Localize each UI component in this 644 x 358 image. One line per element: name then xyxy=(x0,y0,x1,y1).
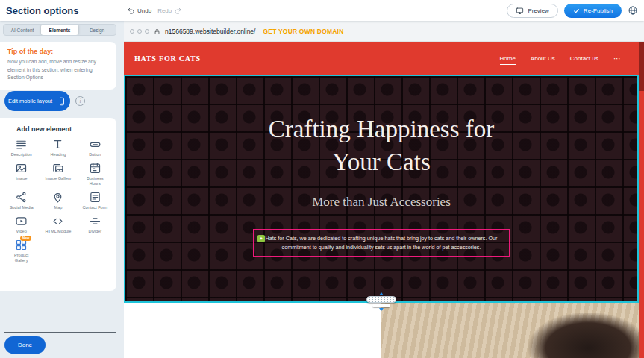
info-icon[interactable]: i xyxy=(75,96,85,106)
hero-heading[interactable]: Crafting Happiness for Your Cats xyxy=(251,113,512,178)
resize-arrow-down-icon xyxy=(379,308,384,311)
republish-button[interactable]: Re-Publish xyxy=(564,4,622,18)
element-label: Divider xyxy=(89,229,101,234)
edit-mobile-layout-label: Edit mobile layout xyxy=(8,98,52,104)
site-url: n1566589.websitebuilder.online/ xyxy=(165,28,255,35)
nav-home[interactable]: Home xyxy=(500,52,516,65)
traffic-dot xyxy=(137,29,142,34)
element-product-gallery[interactable]: New Product Gallery xyxy=(3,239,40,263)
edit-mobile-layout-button[interactable]: Edit mobile layout xyxy=(4,91,70,111)
monitor-icon xyxy=(516,7,524,15)
tip-heading: Tip of the day: xyxy=(7,48,109,55)
editor-canvas: n1566589.websitebuilder.online/ GET YOUR… xyxy=(124,21,644,358)
sidebar-tabs: AI Content Elements Design xyxy=(3,24,116,36)
element-business-hours[interactable]: Business Hours xyxy=(77,162,113,186)
nav-more-icon[interactable]: ⋯ xyxy=(613,54,621,63)
undo-button[interactable]: Undo xyxy=(127,7,151,15)
section-options-sidebar: AI Content Elements Design Tip of the da… xyxy=(0,21,124,358)
element-label: Video xyxy=(16,229,27,234)
contact-form-icon xyxy=(89,191,101,204)
heading-icon xyxy=(51,138,64,151)
business-hours-icon xyxy=(89,162,101,175)
site-logo[interactable]: HATS FOR CATS xyxy=(134,54,201,63)
nav-about-us[interactable]: About Us xyxy=(531,52,555,64)
section-resize-handle[interactable] xyxy=(366,292,396,311)
tab-design[interactable]: Design xyxy=(78,25,116,35)
nav-contact-us[interactable]: Contact us xyxy=(570,52,598,64)
element-label: Description xyxy=(11,152,32,157)
drag-handle-label xyxy=(372,304,390,307)
hero-subheading[interactable]: More than Just Accessories xyxy=(125,195,637,210)
tab-ai-content[interactable]: AI Content xyxy=(4,25,41,35)
element-description[interactable]: Description xyxy=(3,138,40,157)
element-label: Map xyxy=(54,205,63,210)
element-label: Product Gallery xyxy=(7,253,36,263)
add-element-panel: Add new element Description Heading Butt… xyxy=(0,118,116,291)
hero-section-selected: Crafting Happiness for Your Cats More th… xyxy=(124,75,639,303)
redo-icon xyxy=(174,7,182,15)
site-scrollbar[interactable] xyxy=(639,42,644,358)
hero-paragraph-text: Hats for Cats, we are dedicated to craft… xyxy=(263,234,500,251)
globe-icon xyxy=(628,5,638,16)
lock-icon xyxy=(154,25,160,38)
get-domain-link[interactable]: GET YOUR OWN DOMAIN xyxy=(263,28,343,35)
element-grid: Description Heading Button Image Image G… xyxy=(3,138,113,263)
new-badge: New xyxy=(20,236,31,241)
element-image[interactable]: Image xyxy=(3,162,40,186)
map-icon xyxy=(51,191,64,204)
element-label: Contact Form xyxy=(82,205,107,210)
history-controls: Undo Redo xyxy=(127,0,182,21)
element-heading[interactable]: Heading xyxy=(40,138,76,157)
mobile-layout-row: Edit mobile layout i xyxy=(4,91,85,111)
traffic-lights xyxy=(130,29,149,34)
resize-arrow-up-icon xyxy=(379,292,384,295)
element-label: Heading xyxy=(51,152,66,157)
preview-button[interactable]: Preview xyxy=(507,4,557,18)
element-label: Image xyxy=(16,176,28,181)
element-divider[interactable]: Divider xyxy=(77,215,113,234)
page-title: Section options xyxy=(6,5,79,16)
element-button[interactable]: Button xyxy=(77,138,113,157)
add-element-title: Add new element xyxy=(16,125,113,133)
republish-label: Re-Publish xyxy=(584,7,613,14)
traffic-dot xyxy=(130,29,134,34)
sidebar-divider xyxy=(4,332,116,333)
tip-body: Now you can add, move and resize any ele… xyxy=(7,58,109,82)
traffic-dot xyxy=(145,29,149,34)
site-header: HATS FOR CATS Home About Us Contact us ⋯ xyxy=(124,42,639,75)
hero-paragraph-selected[interactable]: ✦ Hats for Cats, we are dedicated to cra… xyxy=(253,229,510,257)
scrollbar-thumb[interactable] xyxy=(639,42,644,91)
site-preview: HATS FOR CATS Home About Us Contact us ⋯… xyxy=(124,42,644,358)
site-content: HATS FOR CATS Home About Us Contact us ⋯… xyxy=(124,42,639,358)
element-html-module[interactable]: HTML Module xyxy=(40,215,76,234)
element-image-gallery[interactable]: Image Gallery xyxy=(40,162,76,186)
element-label: Button xyxy=(89,152,101,157)
redo-button[interactable]: Redo xyxy=(157,7,182,15)
element-contact-form[interactable]: Contact Form xyxy=(77,191,113,210)
tip-of-the-day-card: Tip of the day: Now you can add, move an… xyxy=(0,42,116,90)
tab-elements[interactable]: Elements xyxy=(41,25,78,35)
description-icon xyxy=(15,138,28,151)
video-icon xyxy=(15,215,28,227)
element-label: HTML Module xyxy=(46,229,72,234)
image-icon xyxy=(15,162,28,175)
element-map[interactable]: Map xyxy=(40,191,76,210)
phone-icon xyxy=(57,97,66,106)
next-section-left xyxy=(124,303,381,358)
element-video[interactable]: Video xyxy=(3,215,40,234)
redo-label: Redo xyxy=(157,7,172,14)
drag-handle-grip[interactable] xyxy=(366,296,396,303)
done-button[interactable]: Done xyxy=(4,336,46,354)
element-label: Image Gallery xyxy=(46,176,72,181)
preview-label: Preview xyxy=(528,7,548,14)
element-social-media[interactable]: Social Media xyxy=(3,191,40,210)
ai-writer-icon[interactable]: ✦ xyxy=(257,235,265,242)
html-module-icon xyxy=(51,215,64,227)
language-globe-button[interactable] xyxy=(628,5,638,16)
topbar-actions: Preview Re-Publish xyxy=(507,0,638,21)
element-label: Business Hours xyxy=(81,176,109,186)
element-label: Social Media xyxy=(10,205,34,210)
next-section-photo xyxy=(381,303,639,358)
button-icon xyxy=(89,138,101,151)
browser-bar: n1566589.websitebuilder.online/ GET YOUR… xyxy=(124,21,644,42)
